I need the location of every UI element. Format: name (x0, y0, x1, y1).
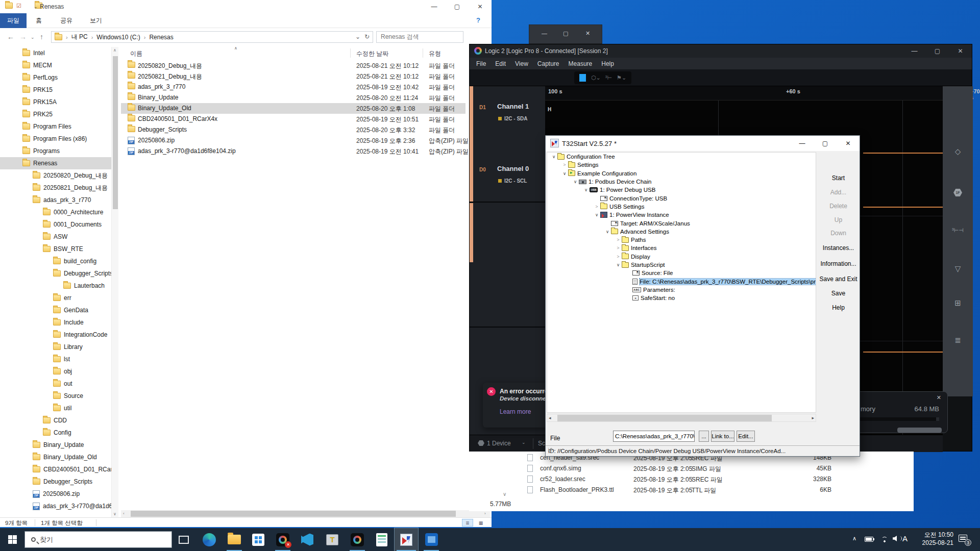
t32-button-save[interactable]: Save (817, 288, 860, 299)
scroll-right-icon[interactable]: › (484, 511, 486, 516)
t32-titlebar[interactable]: T32Start V2.5.27 * — ▢ ✕ (546, 136, 860, 151)
sidebar-item[interactable]: Lauterbach (0, 280, 111, 292)
sidebar-item[interactable]: Intel (0, 47, 111, 59)
scroll-left-icon[interactable]: ◂ (549, 415, 551, 420)
logic-titlebar[interactable]: Logic 2 [Logic Pro 8 - Connected] [Sessi… (470, 44, 972, 58)
address-bar[interactable]: › 내 PC › Windows10 (C:) › Renesas ⌄ ↻ (51, 31, 373, 43)
channel1-name[interactable]: Channel 1 (497, 103, 529, 110)
minimize-button[interactable]: — (903, 44, 926, 58)
close-button[interactable]: ✕ (949, 44, 972, 58)
tree-item[interactable]: File: C:\Renesas\adas_prk_3_r770\BSW_RTE… (547, 277, 816, 285)
sidebar-item[interactable]: Source (0, 390, 111, 402)
taskbar-notes-app[interactable] (370, 528, 394, 551)
menu-edit[interactable]: Edit (491, 60, 510, 67)
sidebar-item[interactable]: PRK15A (0, 96, 111, 108)
nav-scrollbar[interactable]: ∧ ∨ (111, 47, 118, 517)
start-button[interactable] (0, 528, 24, 551)
scrollbar-thumb[interactable] (557, 415, 772, 421)
sidebar-item[interactable]: 20250806.zip (0, 488, 111, 500)
expander-icon[interactable]: ∨ (572, 179, 579, 184)
scroll-up-icon[interactable]: ∧ (113, 48, 116, 53)
address-dropdown-icon[interactable]: ⌄ (355, 33, 360, 40)
sidebar-item[interactable]: Program Files (0, 120, 111, 133)
sidebar-item[interactable]: 0000_Architecture (0, 206, 111, 218)
tree-item[interactable]: ∨Example Configuration (547, 169, 816, 178)
up-icon[interactable]: ↑ (40, 33, 43, 41)
file-row[interactable]: cr52_loader.srec2025-08-19 오후 2:05SREC 파… (469, 474, 914, 485)
sidebar-item[interactable]: Binary_Update (0, 439, 111, 451)
extensions-icon[interactable]: ⊞ (943, 298, 973, 308)
thumbnail-view-icon[interactable]: ▦ (475, 519, 486, 527)
taskbar-edge[interactable] (198, 528, 221, 551)
checkbox-icon[interactable]: ☑ (16, 3, 24, 10)
sidebar-item[interactable]: Programs (0, 145, 111, 157)
file-row[interactable]: CBD2400501_D01_RCarX4x2025-08-19 오전 10:5… (121, 114, 492, 124)
t32-button-help[interactable]: Help (817, 302, 860, 313)
tree-item[interactable]: >Display (547, 253, 816, 261)
file-row[interactable]: Binary_Update_Old2025-08-20 오후 1:08파일 폴더 (121, 103, 465, 114)
t32-button-start[interactable]: Start (817, 172, 860, 184)
tree-item[interactable]: ∨StartupScript (547, 261, 816, 269)
taskbar-logic-error[interactable]: ✕ (271, 528, 295, 551)
taskbar-teraterm[interactable]: T (321, 528, 344, 551)
sidebar-item[interactable]: 20250821_Debug_내용 (0, 182, 111, 194)
taskbar-t32[interactable] (395, 528, 418, 551)
sidebar-item[interactable]: CBD2400501_D01_RCarX (0, 463, 111, 475)
expander-icon[interactable]: ∨ (604, 229, 611, 234)
sidebar-item[interactable]: obj (0, 365, 111, 378)
sidebar-item[interactable]: Config (0, 427, 111, 439)
sidebar-item[interactable]: 0001_Documents (0, 218, 111, 231)
chevron-down-icon[interactable]: ⌄ (522, 440, 526, 445)
timing-marker-icon[interactable]: ³⊢ (605, 74, 612, 81)
battery-icon[interactable] (865, 537, 873, 542)
devices-icon[interactable]: ◇ (943, 147, 973, 156)
maximize-icon[interactable]: ▢ (563, 30, 568, 37)
background-window-fragment[interactable]: — ▢ ✕ (529, 24, 602, 44)
close-button[interactable]: ✕ (837, 136, 860, 151)
device-count[interactable]: 1 Device (487, 440, 511, 447)
breadcrumb-folder[interactable]: Renesas (149, 34, 173, 41)
maximize-button[interactable]: ▢ (446, 0, 469, 13)
close-button[interactable]: ✕ (469, 0, 492, 13)
sidebar-item[interactable]: CDD (0, 414, 111, 427)
file-row[interactable]: 20250820_Debug_내용2025-08-21 오전 10:12파일 폴… (121, 60, 492, 71)
tree-item[interactable]: ∨Advanced Settings (547, 228, 816, 236)
refresh-icon[interactable]: ↻ (364, 33, 370, 40)
scrollbar-thumb[interactable] (113, 56, 118, 209)
sidebar-item[interactable]: GenData (0, 304, 111, 316)
sidebar-item[interactable]: out (0, 378, 111, 390)
stop-capture-button[interactable] (579, 74, 586, 82)
capture-mode-icon[interactable]: 1F (953, 189, 962, 196)
tree-item[interactable]: ∨1: PowerView Instance (547, 211, 816, 219)
taskbar-search-input[interactable]: 찾기 (24, 531, 172, 548)
menu-file[interactable]: File (472, 60, 491, 67)
channel0-analyzer[interactable]: I2C - SCL (504, 178, 527, 184)
menu-measure[interactable]: Measure (564, 60, 597, 67)
sidebar-item[interactable]: Binary_Update_Old (0, 451, 111, 463)
file-row[interactable]: adas_prk_3_r7702025-08-19 오전 10:42파일 폴더 (121, 82, 492, 92)
help-icon[interactable]: ? (476, 16, 480, 24)
sidebar-item[interactable]: PRK25 (0, 108, 111, 120)
annotation-flag-icon[interactable]: ⚑⌄ (617, 74, 626, 81)
tree-item[interactable]: >Settings (547, 161, 816, 169)
maximize-button[interactable]: ▢ (926, 44, 949, 58)
column-type[interactable]: 유형 (429, 49, 441, 58)
t32-button-save-and-exit[interactable]: Save and Exit (817, 273, 860, 285)
device-settings-icon[interactable]: ⬡⌄ (591, 74, 601, 81)
recent-locations-icon[interactable]: ⌄ (31, 35, 35, 40)
file-row[interactable]: Debugger_Scripts2025-08-20 오후 3:32파일 폴더 (121, 124, 492, 135)
column-name[interactable]: 이름 (130, 49, 142, 58)
file-row[interactable]: 20250806.zip2025-08-19 오후 2:36압축(ZIP) 파일 (121, 135, 492, 146)
sidebar-item[interactable]: adas_prk_3_r770 (0, 194, 111, 206)
bookmark-icon[interactable]: ▽ (943, 264, 973, 273)
expander-icon[interactable]: > (615, 245, 622, 251)
sidebar-item[interactable]: PRK15 (0, 84, 111, 96)
sidebar-item[interactable]: build_config (0, 255, 111, 267)
expander-icon[interactable]: ∨ (582, 187, 590, 192)
expander-icon[interactable]: ∨ (550, 154, 557, 159)
sidebar-item[interactable]: MECM (0, 59, 111, 71)
t32-button-information[interactable]: Information... (817, 258, 860, 269)
sidebar-item[interactable]: 20250820_Debug_내용 (0, 169, 111, 182)
taskbar-vscode[interactable] (296, 528, 319, 551)
notes-icon[interactable]: ≣ (943, 336, 973, 345)
